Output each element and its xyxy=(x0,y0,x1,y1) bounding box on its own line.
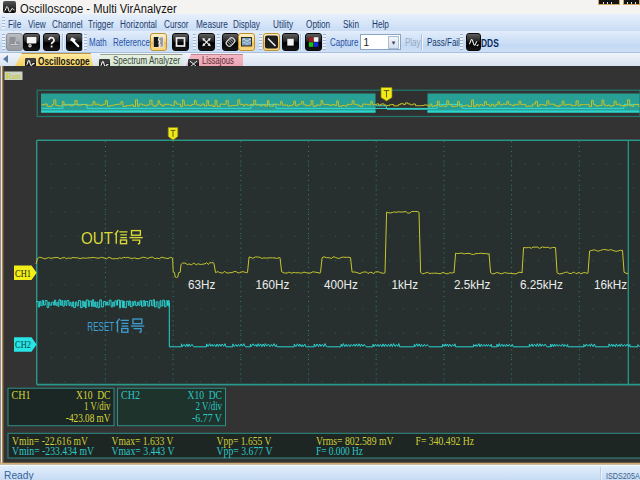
svg-text:6.25kHz: 6.25kHz xyxy=(520,278,563,293)
svg-text:Vmin= -233.434 mV: Vmin= -233.434 mV xyxy=(12,444,94,458)
svg-text:RESET: RESET xyxy=(87,319,114,334)
svg-text:F= 340.492 Hz: F= 340.492 Hz xyxy=(416,434,475,448)
svg-text:1kHz: 1kHz xyxy=(392,278,419,293)
svg-text:CH2: CH2 xyxy=(15,340,31,350)
svg-text:CH1: CH1 xyxy=(15,269,31,279)
svg-text:63Hz: 63Hz xyxy=(188,278,215,293)
svg-text:-423.08 mV: -423.08 mV xyxy=(66,411,111,425)
svg-text:CH1: CH1 xyxy=(12,388,31,402)
svg-text:Run: Run xyxy=(6,71,22,81)
svg-text:Vmax= 3.443 V: Vmax= 3.443 V xyxy=(112,444,175,458)
svg-text:Vpp= 3.677 V: Vpp= 3.677 V xyxy=(217,444,273,458)
svg-text:CH2: CH2 xyxy=(121,388,140,402)
svg-text:-6.77 V: -6.77 V xyxy=(192,411,222,425)
svg-text:16kHz: 16kHz xyxy=(594,278,627,293)
svg-text:F= 0.000 Hz: F= 0.000 Hz xyxy=(316,444,363,458)
svg-text:2.5kHz: 2.5kHz xyxy=(454,278,490,293)
svg-text:160Hz: 160Hz xyxy=(256,278,290,293)
svg-text:400Hz: 400Hz xyxy=(324,278,358,293)
svg-text:OUT: OUT xyxy=(81,229,113,247)
